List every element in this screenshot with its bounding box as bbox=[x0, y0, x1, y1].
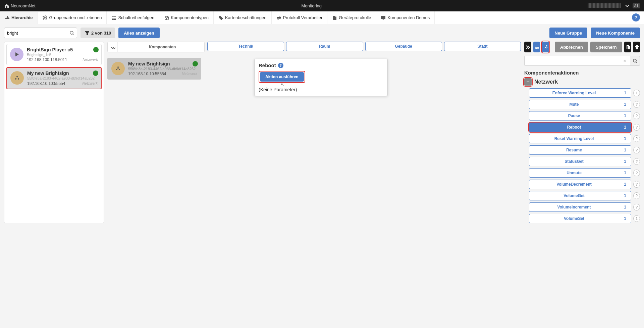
action-help-icon[interactable]: ? bbox=[633, 181, 640, 188]
action-help-icon[interactable]: ? bbox=[633, 135, 640, 142]
pill-stadt[interactable]: Stadt bbox=[444, 42, 521, 51]
action-resume[interactable]: Resume1 bbox=[529, 145, 631, 155]
action-count: 1 bbox=[619, 100, 631, 109]
exchange-icon bbox=[276, 15, 281, 20]
action-label: Reboot bbox=[529, 125, 619, 130]
action-statusget[interactable]: StatusGet1 bbox=[529, 157, 631, 166]
action-row: VolumeSet11 bbox=[529, 214, 640, 223]
action-enforce-warning-level[interactable]: Enforce Warning Level1 bbox=[529, 88, 631, 98]
pill-row: TechnikRaumGebäudeStadt bbox=[207, 42, 521, 55]
chevron-down-icon[interactable] bbox=[625, 3, 629, 8]
action-pause[interactable]: Pause1 bbox=[529, 111, 631, 121]
cube-icon bbox=[164, 15, 169, 20]
selected-device-card[interactable]: My new Brightsign 55f8fe3a-2183-4462-a93… bbox=[107, 58, 201, 80]
tab-ger-teprotokolle[interactable]: Geräteprotokolle bbox=[327, 11, 376, 24]
execute-action-button[interactable]: Aktion ausführen bbox=[260, 72, 304, 82]
pill-gebäude[interactable]: Gebäude bbox=[365, 42, 442, 51]
action-help-icon[interactable]: 1 bbox=[633, 215, 640, 222]
tab-gruppenarten-und-ebenen[interactable]: Gruppenarten und -ebenen bbox=[38, 11, 107, 24]
tab-label: Geräteprotokolle bbox=[339, 15, 371, 20]
action-count: 1 bbox=[619, 203, 631, 212]
tab-komponenten-demos[interactable]: Komponenten Demos bbox=[376, 11, 435, 24]
popup-params: (Keine Parameter) bbox=[259, 87, 383, 92]
action-help-icon[interactable]: ? bbox=[633, 112, 640, 119]
right-search-input[interactable] bbox=[527, 58, 622, 63]
action-volumeget[interactable]: VolumeGet1 bbox=[529, 191, 631, 200]
topbar: NeuroomNet Monitoring A1 bbox=[0, 0, 644, 11]
tab-schaltreihenfolgen[interactable]: Schaltreihenfolgen bbox=[107, 11, 159, 24]
device-list: BrightSign Player c5Brightsign_1c5192.16… bbox=[4, 42, 104, 223]
device-sub: Brightsign_1c5 bbox=[27, 52, 98, 57]
tab-hierarchie[interactable]: Hierarchie bbox=[0, 12, 38, 24]
device-sub: 55f8fe3a-2183-4462-a933-db9df14a8262 bbox=[27, 76, 98, 81]
tab-protokoll-verarbeiter[interactable]: Protokoll Verarbeiter bbox=[272, 11, 328, 24]
action-reboot[interactable]: Reboot1 bbox=[529, 123, 631, 132]
tab-kartenbeschriftungen[interactable]: Kartenbeschriftungen bbox=[214, 11, 272, 24]
action-label: StatusGet bbox=[529, 159, 619, 164]
sliders-button[interactable] bbox=[533, 42, 540, 52]
popup-help-icon[interactable]: ? bbox=[278, 63, 283, 68]
cancel-button[interactable]: Abbrechen bbox=[555, 42, 588, 52]
copy-button[interactable] bbox=[624, 42, 631, 52]
delete-button[interactable] bbox=[633, 42, 640, 52]
action-label: Unmute bbox=[529, 171, 619, 175]
device-icon bbox=[10, 48, 23, 61]
action-row: Reset Warning Level1? bbox=[529, 134, 640, 143]
mid-header: Komponenten bbox=[107, 42, 205, 52]
search-box[interactable] bbox=[4, 28, 77, 38]
layers-icon bbox=[43, 15, 47, 20]
expand-right-button[interactable] bbox=[524, 42, 531, 52]
action-help-icon[interactable]: ? bbox=[633, 204, 640, 210]
action-label: Pause bbox=[529, 113, 619, 118]
action-row: Resume1? bbox=[529, 145, 640, 155]
filter-icon bbox=[85, 31, 89, 35]
filter-chip[interactable]: 2 von 310 bbox=[80, 28, 115, 38]
help-icon[interactable]: ? bbox=[632, 13, 640, 21]
toolbar: 2 von 310 Alles anzeigen Neue Gruppe Neu… bbox=[0, 24, 644, 42]
search-input[interactable] bbox=[7, 31, 69, 36]
device-title: My new Brightsign bbox=[128, 61, 197, 66]
save-button[interactable]: Speichern bbox=[590, 42, 622, 52]
action-unmute[interactable]: Unmute1 bbox=[529, 168, 631, 178]
new-group-button[interactable]: Neue Gruppe bbox=[549, 28, 588, 38]
action-label: Reset Warning Level bbox=[529, 136, 619, 141]
search-icon[interactable] bbox=[69, 31, 74, 35]
device-net: Netzwerk bbox=[182, 72, 197, 76]
action-help-icon[interactable]: ? bbox=[633, 101, 640, 108]
tab-label: Hierarchie bbox=[11, 15, 33, 20]
pill-technik[interactable]: Technik bbox=[207, 42, 284, 51]
brand-label[interactable]: NeuroomNet bbox=[11, 3, 36, 8]
action-mute[interactable]: Mute1 bbox=[529, 100, 631, 109]
device-card[interactable]: My new Brightsign55f8fe3a-2183-4462-a933… bbox=[6, 67, 102, 89]
new-component-button[interactable]: Neue Komponente bbox=[591, 28, 640, 38]
tags-icon bbox=[218, 15, 223, 20]
collapse-button[interactable]: − bbox=[524, 78, 532, 86]
user-name[interactable] bbox=[588, 3, 621, 8]
action-help-icon[interactable]: ? bbox=[633, 192, 640, 199]
action-help-icon[interactable]: 1 bbox=[633, 90, 640, 96]
action-volumeset[interactable]: VolumeSet1 bbox=[529, 214, 631, 223]
action-help-icon[interactable]: ? bbox=[633, 124, 640, 131]
action-volumeincrement[interactable]: VolumeIncrement1 bbox=[529, 202, 631, 212]
expand-down-icon[interactable] bbox=[108, 42, 118, 52]
clear-icon[interactable]: × bbox=[622, 58, 627, 63]
tab-komponententypen[interactable]: Komponententypen bbox=[159, 11, 214, 24]
action-help-icon[interactable]: ? bbox=[633, 170, 640, 176]
show-all-button[interactable]: Alles anzeigen bbox=[118, 28, 159, 38]
search-go-button[interactable] bbox=[630, 56, 640, 66]
action-reset-warning-level[interactable]: Reset Warning Level1 bbox=[529, 134, 631, 143]
home-icon[interactable] bbox=[4, 3, 9, 8]
action-help-icon[interactable]: ? bbox=[633, 147, 640, 153]
keyboard-badge[interactable]: A1 bbox=[633, 3, 640, 8]
cursor-icon: ↖ bbox=[281, 82, 284, 87]
action-volumedecrement[interactable]: VolumeDecrement1 bbox=[529, 180, 631, 189]
action-help-icon[interactable]: ? bbox=[633, 158, 640, 165]
pill-raum[interactable]: Raum bbox=[286, 42, 363, 51]
device-card[interactable]: BrightSign Player c5Brightsign_1c5192.16… bbox=[6, 44, 102, 65]
action-list: Enforce Warning Level11Mute1?Pause1?Rebo… bbox=[524, 88, 640, 223]
action-row: Pause1? bbox=[529, 111, 640, 121]
action-count: 1 bbox=[619, 146, 631, 154]
tab-label: Gruppenarten und -ebenen bbox=[49, 15, 102, 20]
status-dot-icon bbox=[193, 61, 198, 66]
run-mode-button[interactable] bbox=[542, 42, 549, 52]
